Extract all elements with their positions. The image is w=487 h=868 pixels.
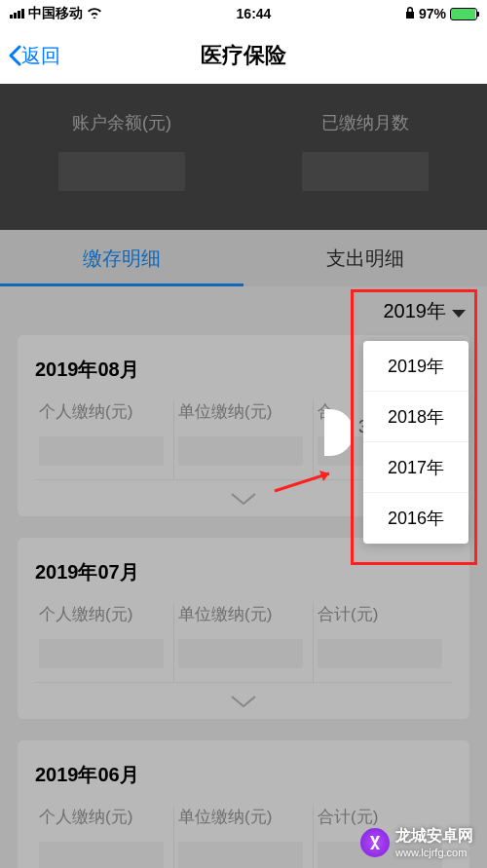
- chevron-down-icon: [230, 695, 257, 708]
- tabs: 缴存明细 支出明细: [0, 230, 487, 286]
- page-title: 医疗保险: [201, 41, 286, 70]
- nav-bar: 返回 医疗保险: [0, 27, 487, 84]
- signal-icon: [10, 9, 24, 19]
- status-right: 97%: [405, 6, 477, 21]
- back-label: 返回: [21, 43, 60, 69]
- total-col: 合计(元): [314, 603, 452, 682]
- status-bar: 中国移动 16:44 97%: [0, 0, 487, 27]
- back-button[interactable]: 返回: [0, 43, 60, 69]
- watermark-logo-icon: [360, 828, 390, 857]
- year-selector[interactable]: 2019年: [0, 286, 487, 335]
- chevron-down-icon: [452, 300, 466, 322]
- personal-col: 个人缴纳(元): [35, 603, 174, 682]
- watermark-url: www.lcjrfg.com: [395, 847, 473, 858]
- expand-toggle[interactable]: [35, 682, 452, 719]
- watermark: 龙城安卓网 www.lcjrfg.com: [360, 826, 473, 858]
- dropdown-item-2018[interactable]: 2018年: [363, 392, 468, 442]
- chevron-left-icon: [8, 45, 21, 66]
- tab-expense[interactable]: 支出明细: [244, 230, 487, 286]
- record-card: 2019年07月 个人缴纳(元) 单位缴纳(元) 合计(元): [18, 538, 469, 719]
- balance-value: [58, 152, 185, 191]
- dropdown-item-2019[interactable]: 2019年: [363, 341, 468, 392]
- lock-icon: [405, 6, 415, 21]
- balance-label: 账户余额(元): [0, 111, 244, 134]
- year-dropdown-menu: 2019年 2018年 2017年 2016年: [363, 341, 468, 544]
- wifi-icon: [87, 6, 102, 21]
- company-col: 单位缴纳(元): [174, 603, 314, 682]
- battery-icon: [450, 8, 477, 20]
- chevron-down-icon: [230, 492, 257, 506]
- carrier-label: 中国移动: [28, 5, 83, 22]
- months-value: [302, 152, 429, 191]
- battery-pct: 97%: [419, 6, 446, 21]
- months-summary: 已缴纳月数: [244, 111, 487, 203]
- personal-col: 个人缴纳(元): [35, 400, 174, 479]
- record-month: 2019年06月: [35, 762, 452, 788]
- watermark-name: 龙城安卓网: [395, 826, 473, 847]
- summary-panel: 账户余额(元) 已缴纳月数: [0, 84, 487, 230]
- months-label: 已缴纳月数: [244, 111, 487, 134]
- tab-deposit[interactable]: 缴存明细: [0, 230, 244, 286]
- annotation-arrow: [273, 468, 341, 497]
- dropdown-item-2017[interactable]: 2017年: [363, 442, 468, 493]
- year-current: 2019年: [384, 298, 447, 324]
- balance-summary: 账户余额(元): [0, 111, 244, 203]
- company-col: 单位缴纳(元): [174, 806, 314, 868]
- status-time: 16:44: [237, 6, 272, 21]
- dropdown-item-2016[interactable]: 2016年: [363, 493, 468, 544]
- personal-col: 个人缴纳(元): [35, 806, 174, 868]
- record-month: 2019年07月: [35, 559, 452, 585]
- status-left: 中国移动: [10, 5, 102, 22]
